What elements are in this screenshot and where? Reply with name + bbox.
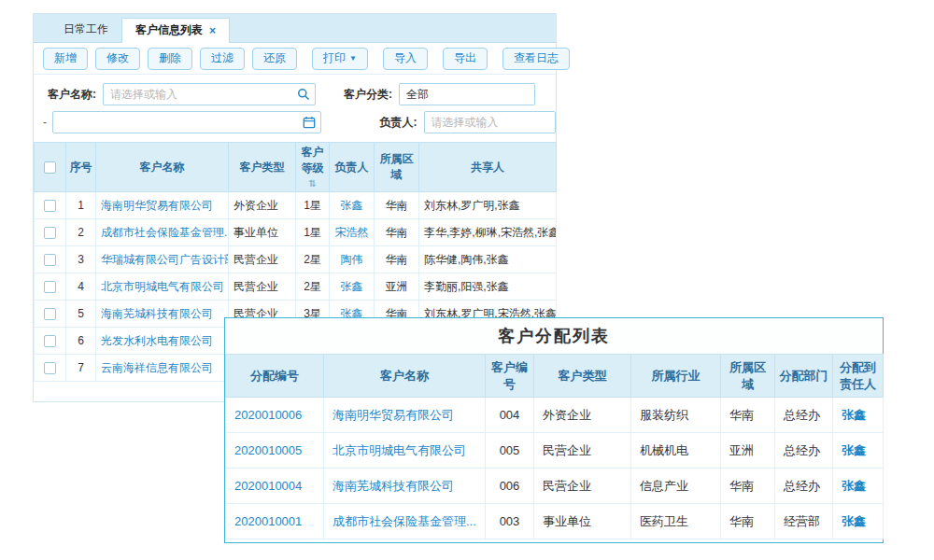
shared-people: 李华,李婷,柳琳,宋浩然,张鑫 — [419, 219, 557, 246]
date-input[interactable] — [52, 111, 321, 133]
row-no: 5 — [66, 301, 96, 328]
region: 华南 — [375, 246, 419, 273]
region: 亚洲 — [375, 273, 419, 301]
table-row[interactable]: 3 华瑞城有限公司广告设计部 民营企业 2星 陶伟 华南 陈华健,陶伟,张鑫 — [35, 246, 557, 273]
tab-customer-info-list[interactable]: 客户信息列表 × — [121, 18, 230, 43]
allocation-no-link[interactable]: 2020010005 — [234, 443, 302, 457]
print-button[interactable]: 打印 ▼ — [312, 48, 368, 70]
industry: 机械机电 — [631, 433, 721, 469]
row-checkbox[interactable] — [44, 335, 56, 347]
col-header-shared: 共享人 — [419, 143, 557, 192]
row-no: 1 — [66, 192, 96, 219]
new-button[interactable]: 新增 — [43, 48, 88, 70]
table-row[interactable]: 2020010004 海南芜城科技有限公司 006 民营企业 信息产业 华南 总… — [226, 469, 884, 504]
region: 华南 — [375, 192, 419, 219]
col-header-industry: 所属行业 — [631, 355, 721, 398]
import-button[interactable]: 导入 — [383, 48, 428, 70]
customer-no: 003 — [486, 504, 534, 539]
shared-people: 李勤丽,阳强,张鑫 — [419, 273, 557, 301]
tab-bar: 日常工作 客户信息列表 × — [34, 14, 556, 43]
col-header-name: 客户名称 — [324, 355, 486, 398]
assignee-link[interactable]: 张鑫 — [842, 443, 866, 457]
col-header-type: 客户类型 — [534, 355, 631, 398]
col-header-cust-no: 客户编号 — [486, 355, 534, 398]
row-checkbox[interactable] — [44, 362, 56, 374]
customer-category-label: 客户分类: — [344, 87, 392, 103]
customer-name-link[interactable]: 海南芜城科技有限公司 — [333, 479, 454, 493]
table-row[interactable]: 2020010005 北京市明城电气有限公司 005 民营企业 机械机电 亚洲 … — [226, 433, 884, 469]
customer-name-link[interactable]: 海南明华贸易有限公司 — [101, 199, 213, 212]
allocation-no-link[interactable]: 2020010004 — [234, 479, 302, 493]
owner-link[interactable]: 张鑫 — [341, 199, 363, 212]
row-checkbox[interactable] — [44, 308, 56, 320]
row-checkbox[interactable] — [44, 227, 56, 239]
customer-name-input[interactable] — [103, 83, 316, 105]
customer-type: 外资企业 — [229, 192, 296, 219]
customer-allocation-panel: 客户分配列表 分配编号 客户名称 客户编号 客户类型 所属行业 所属区域 分配部… — [224, 317, 884, 543]
select-all-checkbox[interactable] — [44, 161, 56, 174]
col-header-region: 所属区域 — [375, 143, 419, 192]
col-header-assignee: 分配到责任人 — [833, 355, 884, 398]
customer-name-link[interactable]: 海南明华贸易有限公司 — [333, 408, 454, 422]
toolbar: 新增 修改 删除 过滤 还原 打印 ▼ 导入 导出 查看日志 — [34, 43, 556, 75]
col-header-region: 所属区域 — [721, 355, 775, 398]
customer-category-select[interactable] — [399, 83, 535, 105]
row-checkbox[interactable] — [44, 200, 56, 212]
search-icon[interactable] — [297, 88, 310, 101]
assignee-link[interactable]: 张鑫 — [842, 408, 866, 422]
col-header-level-label: 客户等级 — [302, 146, 324, 175]
customer-level: 1星 — [296, 192, 330, 219]
owner-link[interactable]: 陶伟 — [341, 253, 363, 266]
customer-name-label: 客户名称: — [48, 87, 96, 103]
shared-people: 刘东林,罗广明,张鑫 — [419, 192, 557, 219]
export-button[interactable]: 导出 — [443, 48, 488, 70]
customer-name-link[interactable]: 成都市社会保险基金管理... — [101, 226, 229, 239]
owner-filter-input[interactable] — [424, 111, 556, 133]
allocation-dept: 经营部 — [775, 504, 833, 539]
customer-name-link[interactable]: 华瑞城有限公司广告设计部 — [101, 253, 229, 266]
filter-button[interactable]: 过滤 — [200, 48, 245, 70]
restore-button[interactable]: 还原 — [252, 48, 297, 70]
customer-name-link[interactable]: 海南芜城科技有限公司 — [101, 307, 213, 320]
col-header-type: 客户类型 — [229, 143, 296, 192]
filter-row-1: 客户名称: 客户分类: — [34, 80, 556, 108]
view-log-button[interactable]: 查看日志 — [502, 48, 570, 70]
filter-area: 客户名称: 客户分类: - — [34, 75, 556, 142]
allocation-no-link[interactable]: 2020010001 — [234, 514, 302, 528]
customer-type: 民营企业 — [534, 469, 631, 504]
calendar-icon[interactable] — [303, 116, 316, 129]
edit-button[interactable]: 修改 — [95, 48, 140, 70]
col-header-owner: 负责人 — [330, 143, 375, 192]
industry: 信息产业 — [631, 469, 721, 504]
customer-name-link[interactable]: 云南海祥信息有限公司 — [101, 361, 213, 374]
sort-icon[interactable]: ⇅ — [308, 178, 316, 189]
tab-daily-work[interactable]: 日常工作 — [50, 17, 121, 42]
owner-link[interactable]: 宋浩然 — [335, 226, 369, 239]
table-row[interactable]: 2 成都市社会保险基金管理... 事业单位 1星 宋浩然 华南 李华,李婷,柳琳… — [35, 219, 557, 246]
assignee-link[interactable]: 张鑫 — [842, 479, 866, 493]
assignee-link[interactable]: 张鑫 — [842, 514, 866, 528]
customer-name-link[interactable]: 光发水利水电有限公司 — [101, 334, 213, 347]
table-row[interactable]: 1 海南明华贸易有限公司 外资企业 1星 张鑫 华南 刘东林,罗广明,张鑫 — [35, 192, 557, 219]
delete-button[interactable]: 删除 — [148, 48, 192, 70]
col-header-no: 序号 — [66, 143, 96, 192]
tab-label: 日常工作 — [64, 22, 108, 35]
customer-type: 事业单位 — [534, 504, 631, 539]
table-row[interactable]: 4 北京市明城电气有限公司 民营企业 2星 张鑫 亚洲 李勤丽,阳强,张鑫 — [35, 273, 557, 301]
allocation-no-link[interactable]: 2020010006 — [234, 408, 302, 422]
close-icon[interactable]: × — [209, 25, 216, 36]
region: 亚洲 — [721, 433, 775, 469]
allocation-dept: 总经办 — [775, 398, 833, 433]
table-row[interactable]: 2020010006 海南明华贸易有限公司 004 外资企业 服装纺织 华南 总… — [226, 398, 884, 433]
region: 华南 — [721, 398, 775, 433]
row-checkbox[interactable] — [44, 254, 56, 266]
customer-name-link[interactable]: 北京市明城电气有限公司 — [101, 280, 224, 293]
table-row[interactable]: 2020010001 成都市社会保险基金管理... 003 事业单位 医药卫生 … — [226, 504, 884, 539]
customer-level: 2星 — [296, 246, 330, 273]
customer-no: 005 — [486, 433, 534, 469]
row-checkbox[interactable] — [44, 281, 56, 293]
customer-name-link[interactable]: 北京市明城电气有限公司 — [333, 443, 466, 457]
region: 华南 — [375, 219, 419, 246]
customer-name-link[interactable]: 成都市社会保险基金管理... — [333, 514, 476, 528]
owner-link[interactable]: 张鑫 — [341, 280, 363, 293]
